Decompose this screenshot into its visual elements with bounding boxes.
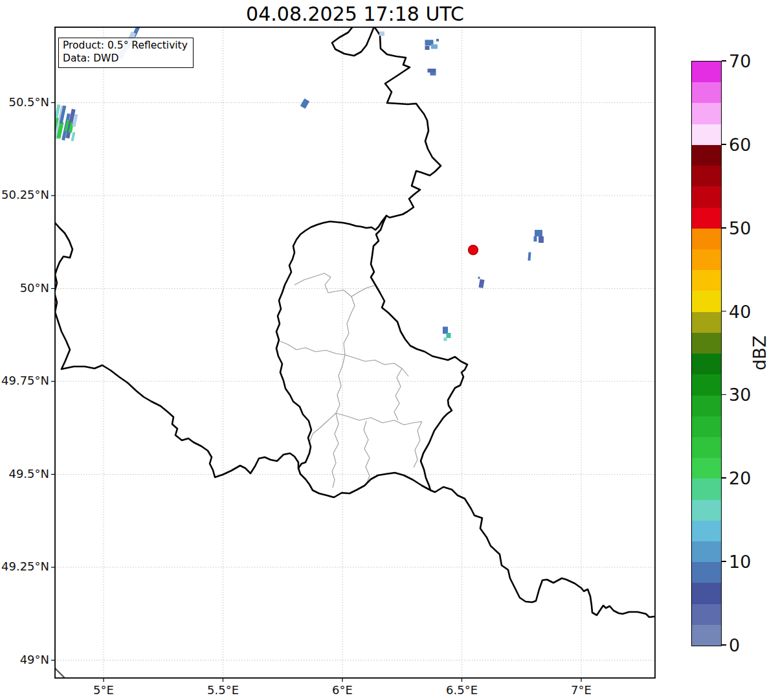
colorbar-segment: [692, 583, 721, 604]
y-tick-label: 49°N: [0, 653, 49, 666]
colorbar-tick-label: 20: [729, 469, 751, 487]
radar-echoes: [51, 26, 544, 341]
colorbar-segment: [692, 354, 721, 374]
map-frame: [55, 27, 655, 678]
border-corner-fragment: [55, 668, 64, 677]
border-luxembourg: [276, 216, 467, 497]
x-tick-label: 5°E: [65, 683, 142, 697]
radar-echo-cell: [534, 236, 537, 242]
colorbar-segment: [692, 541, 721, 562]
colorbar-segment: [692, 249, 721, 270]
colorbar-tick-label: 30: [729, 386, 751, 403]
colorbar-segment: [692, 396, 721, 416]
canton-boundaries: [280, 273, 422, 488]
radar-echo-cell: [425, 46, 430, 50]
colorbar-tick-label: 0: [729, 637, 740, 654]
radar-echo-cell: [300, 98, 309, 109]
x-tick-label: 6°E: [304, 683, 381, 697]
colorbar-segment: [692, 312, 721, 333]
y-tick-label: 50.5°N: [0, 95, 49, 109]
colorbar-segment: [692, 270, 721, 291]
colorbar-tick-mark: [722, 477, 726, 479]
colorbar-segment: [692, 208, 721, 229]
radar-echo-cell: [478, 279, 484, 288]
colorbar-segment: [692, 500, 721, 521]
radar-map-figure: 04.08.2025 17:18 UTC: [0, 0, 778, 700]
site-marker-dot: [469, 245, 478, 255]
colorbar-tick-mark: [722, 144, 726, 145]
radar-echo-cell: [443, 327, 448, 334]
colorbar-tick-label: 70: [729, 52, 751, 70]
colorbar-segment: [692, 374, 721, 395]
border-france-germany: [430, 487, 655, 617]
colorbar-segment: [692, 458, 721, 479]
colorbar-segment: [692, 625, 721, 646]
border-belgium-germany: [332, 26, 441, 218]
radar-echo-cell: [379, 32, 384, 36]
radar-echo-cell: [478, 277, 480, 279]
colorbar-segment: [692, 333, 721, 354]
radar-echo-cell: [528, 252, 531, 260]
colorbar-segment: [692, 437, 721, 458]
colorbar-tick-label: 60: [729, 136, 751, 153]
colorbar-segment: [692, 229, 721, 249]
radar-echo-cell: [447, 333, 451, 338]
map-plot: [0, 0, 778, 700]
colorbar-axis-label: dBZ: [750, 335, 770, 370]
colorbar-tick-mark: [722, 311, 726, 312]
data-source-line: Data: DWD: [63, 52, 188, 65]
colorbar-tick-mark: [722, 227, 726, 229]
colorbar-segment: [692, 521, 721, 541]
y-tick-label: 49.25°N: [0, 559, 49, 573]
radar-echo-cell: [71, 132, 76, 142]
product-info-box: Product: 0.5° Reflectivity Data: DWD: [58, 38, 194, 68]
colorbar-segment: [692, 124, 721, 145]
radar-echo-cell: [539, 236, 544, 243]
colorbar-tick-mark: [722, 561, 726, 562]
y-tick-label: 49.5°N: [0, 467, 49, 480]
colorbar-tick-mark: [722, 394, 726, 396]
colorbar-segment: [692, 291, 721, 311]
colorbar-tick-mark: [722, 644, 726, 646]
gridlines: [51, 27, 655, 682]
x-tick-label: 7°E: [542, 683, 620, 697]
radar-echo-cell: [430, 73, 436, 76]
border-france-belgium: [54, 223, 298, 477]
radar-echo-cell: [444, 338, 447, 341]
colorbar-segment: [692, 416, 721, 437]
country-borders: [54, 26, 655, 677]
colorbar-segment: [692, 604, 721, 625]
x-tick-label: 6.5°E: [423, 683, 501, 697]
radar-echo-cell: [436, 39, 439, 41]
colorbar-segment: [692, 562, 721, 583]
y-tick-label: 50°N: [0, 281, 49, 295]
colorbar-segment: [692, 145, 721, 166]
radar-echo-cell: [535, 230, 542, 236]
colorbar-tick-mark: [722, 60, 726, 62]
colorbar-tick-label: 40: [729, 303, 751, 321]
x-tick-label: 5.5°E: [184, 683, 262, 697]
colorbar-tick-label: 50: [729, 220, 751, 237]
colorbar-segment: [692, 186, 721, 207]
radar-echo-cell: [431, 45, 438, 49]
product-line: Product: 0.5° Reflectivity: [63, 39, 188, 52]
colorbar-segment: [692, 479, 721, 499]
y-tick-label: 50.25°N: [0, 188, 49, 201]
radar-site-marker: [469, 245, 478, 255]
colorbar-tick-label: 10: [729, 553, 751, 570]
radar-echo-cell: [428, 69, 436, 73]
colorbar-segment: [692, 103, 721, 124]
colorbar-segment: [692, 166, 721, 186]
colorbar-ramp: [691, 61, 722, 646]
colorbar-segment: [692, 62, 721, 82]
y-tick-label: 49.75°N: [0, 374, 49, 387]
colorbar-segment: [692, 82, 721, 103]
